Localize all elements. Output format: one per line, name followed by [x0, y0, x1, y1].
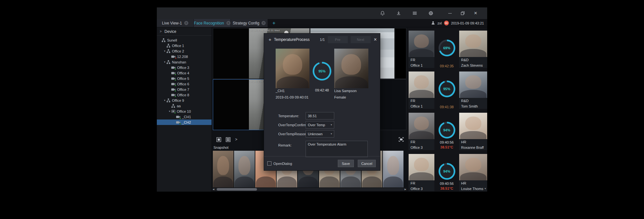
captured-face-photo: [409, 154, 434, 180]
expander-down-icon[interactable]: ▾: [163, 50, 166, 52]
tree-item-12-208[interactable]: ×12.208: [157, 54, 212, 59]
capture-time: 09:41:38: [440, 105, 454, 109]
overtemp-reason-select[interactable]: Unknown ▾: [306, 130, 334, 138]
chevron-down-icon[interactable]: ▾: [485, 187, 486, 190]
snapshot-thumbnail[interactable]: [234, 151, 255, 187]
expander-down-icon[interactable]: ▾: [168, 110, 171, 113]
scroll-left-icon[interactable]: ◀: [212, 188, 215, 191]
match-dept-label: R&D: [459, 98, 487, 103]
tree-item-office-3[interactable]: Office 3: [157, 65, 212, 70]
tree-item-label: Sunell: [167, 38, 177, 42]
tree-item-label: Office 5: [177, 77, 189, 81]
overtemp-confirm-select[interactable]: Over Temp ▾: [306, 121, 334, 129]
snapshot-thumbnail[interactable]: [213, 151, 233, 187]
capture-time: 09:42:35: [440, 64, 454, 68]
snapshot-thumbnail[interactable]: [383, 151, 403, 187]
tree-item-label: Office 9: [172, 99, 184, 102]
tree-item-office-2[interactable]: ▾Office 2: [157, 48, 212, 54]
menu-icon[interactable]: [407, 11, 423, 16]
result-row-roxanne-braff[interactable]: FROffice 394%09:40:5638.51°CHRRoxanne Br…: [409, 113, 487, 150]
tree-item-label: _CH1: [182, 115, 191, 119]
tree-item-aa[interactable]: aa: [157, 103, 212, 109]
camera-offline-icon: ×: [171, 55, 175, 58]
dialog-close-icon[interactable]: ×: [374, 37, 377, 42]
next-button[interactable]: Next: [351, 36, 371, 43]
temperature-input[interactable]: [306, 112, 334, 119]
bell-icon[interactable]: [374, 11, 391, 16]
tree-item-office-1[interactable]: Office 1: [157, 43, 212, 48]
tree-item-ch2[interactable]: _CH2: [157, 119, 212, 125]
dialog-score-ring: 95%: [313, 62, 331, 81]
tree-item-office-10[interactable]: ▾Office 10: [157, 109, 212, 114]
tab-strategy-config[interactable]: Strategy Config×: [231, 19, 268, 27]
scroll-right-icon[interactable]: ▶: [404, 188, 407, 191]
tree-item-label: Office 7: [177, 88, 189, 91]
scrollbar-track[interactable]: [215, 188, 404, 191]
close-window-button[interactable]: ×: [469, 11, 482, 15]
dialog-score-value: 95%: [318, 69, 326, 73]
matched-card[interactable]: HRLouise Thoms▾: [459, 154, 487, 191]
download-icon[interactable]: [391, 11, 407, 16]
scrollbar-thumb[interactable]: [217, 188, 257, 191]
org-group-icon: [171, 104, 175, 108]
tree-item-office-4[interactable]: Office 4: [157, 70, 212, 76]
org-group-icon: [166, 49, 170, 53]
org-group-icon: [162, 38, 166, 42]
captured-card[interactable]: FROffice 1: [409, 31, 434, 68]
screen-background: × Live View-1×Face Recognition×Strategy …: [0, 0, 644, 219]
matched-card[interactable]: R&DTom Smith: [459, 71, 487, 109]
matched-card[interactable]: R&DZach Stevens: [459, 31, 487, 68]
tree-item-office-5[interactable]: Office 5: [157, 76, 212, 81]
open-dialog-checkbox[interactable]: [267, 161, 271, 166]
matched-face-photo: [459, 31, 487, 57]
tree-item-office-8[interactable]: Office 8: [157, 92, 212, 98]
tab-live-view-1[interactable]: Live View-1×: [157, 19, 194, 27]
captured-card[interactable]: FROffice 3: [409, 154, 434, 191]
tree-item-office-6[interactable]: Office 6: [157, 81, 212, 87]
user-name[interactable]: zxl: [437, 21, 441, 25]
single-layout-icon[interactable]: [216, 137, 221, 142]
save-button[interactable]: Save: [338, 160, 354, 167]
restore-button[interactable]: [456, 11, 469, 15]
result-row-louise-thoms[interactable]: FROffice 394%09:40:5638.51°CHRLouise Tho…: [409, 154, 487, 191]
cancel-button[interactable]: Cancel: [358, 160, 376, 167]
tree-item-label: Office 3: [177, 66, 189, 70]
tab-close-icon[interactable]: ×: [226, 21, 231, 25]
tree-item-nanshan[interactable]: ▾Nanshan: [157, 59, 212, 65]
notification-badge[interactable]: 66: [444, 21, 449, 25]
expander-down-icon[interactable]: ▾: [163, 61, 166, 63]
tree-item-office-7[interactable]: Office 7: [157, 87, 212, 92]
captured-card[interactable]: FROffice 1: [409, 71, 434, 109]
tree-item-office-9[interactable]: ▾Office 9: [157, 98, 212, 103]
more-layouts-arrow-icon[interactable]: >: [235, 137, 237, 142]
add-tab-button[interactable]: +: [268, 19, 280, 27]
tree-item-ch1[interactable]: _CH1: [157, 114, 212, 119]
video-osd-timestamp: 2019-01-09 09:42:31 Wed: [250, 29, 280, 32]
device-section-header[interactable]: > Device: [157, 27, 212, 36]
remark-textarea[interactable]: Over Temperature Alarm: [306, 141, 368, 157]
matched-face-photo: [459, 71, 487, 98]
tabbar-right: zxl 66 2019-01-09 09:43:21: [431, 19, 487, 27]
device-sidebar: > Device SunellOffice 1▾Office 2×12.208▾…: [157, 27, 212, 192]
match-score-column: 69%09:42:35: [434, 31, 459, 68]
result-row-tom-smith[interactable]: FROffice 195%09:41:38R&DTom Smith: [409, 71, 487, 109]
result-row-zach-stevens[interactable]: FROffice 169%09:42:35R&DZach Stevens: [409, 31, 487, 68]
quad-layout-icon[interactable]: [226, 137, 231, 142]
settings-gear-icon[interactable]: [423, 11, 439, 16]
camera-icon: [171, 66, 175, 69]
capture-location-label: Office 1: [409, 103, 434, 109]
matched-card[interactable]: HRRoxanne Braff: [459, 113, 487, 150]
fullscreen-icon[interactable]: [399, 137, 404, 142]
tree-item-sunell[interactable]: Sunell: [157, 37, 212, 43]
minimize-button[interactable]: [443, 13, 456, 14]
captured-card[interactable]: FROffice 3: [409, 113, 434, 150]
tab-close-icon[interactable]: ×: [261, 21, 266, 25]
remark-label: Remark:: [278, 143, 292, 147]
expander-down-icon[interactable]: ▾: [163, 99, 166, 102]
overtemp-confirm-label: OverTempConfirm:: [278, 123, 308, 127]
pre-button[interactable]: Pre: [328, 36, 348, 43]
matched-face-photo: [459, 113, 487, 139]
capture-source-label: FR: [409, 180, 434, 186]
tab-face-recognition[interactable]: Face Recognition×: [194, 19, 231, 27]
tab-close-icon[interactable]: ×: [184, 21, 188, 25]
